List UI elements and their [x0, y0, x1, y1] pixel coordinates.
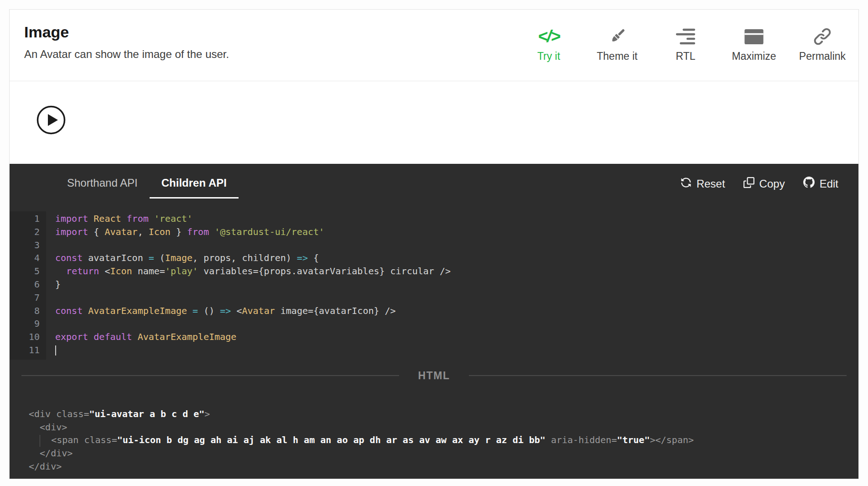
edit-button[interactable]: Edit: [803, 177, 838, 191]
line-number: 8: [10, 304, 46, 318]
code-icon: </>: [538, 24, 560, 49]
code-line: 7: [10, 291, 858, 304]
line-number: 6: [10, 278, 46, 291]
maximize-button[interactable]: Maximize: [730, 24, 778, 63]
toolbar: </> Try it Theme it: [525, 24, 847, 63]
line-number: 5: [10, 265, 46, 278]
code-line: 5 return <Icon name='play' variables={pr…: [10, 265, 858, 278]
rtl-align-icon: [676, 24, 695, 49]
window-icon: [744, 24, 764, 49]
reset-label: Reset: [696, 178, 725, 190]
copy-label: Copy: [759, 178, 785, 190]
header: Image An Avatar can show the image of th…: [10, 10, 858, 81]
paintbrush-icon: [607, 24, 628, 49]
theme-it-button[interactable]: Theme it: [593, 24, 641, 63]
code-line: 11: [10, 344, 858, 357]
page-subtitle: An Avatar can show the image of the user…: [24, 48, 229, 61]
github-icon: [803, 177, 815, 191]
component-doc-page: Image An Avatar can show the image of th…: [9, 9, 859, 479]
copy-button[interactable]: Copy: [743, 177, 785, 191]
link-icon: [813, 24, 832, 49]
code-line: 1import React from 'react': [10, 212, 858, 225]
editor-toolbar: Shorthand API Children API Reset Copy: [10, 164, 858, 211]
code-line: 10export default AvatarExampleImage: [10, 330, 858, 344]
rtl-label: RTL: [676, 50, 695, 63]
avatar-play-button[interactable]: [36, 105, 66, 135]
html-output-line: <div>: [29, 421, 858, 434]
theme-it-label: Theme it: [597, 50, 637, 63]
html-divider-label: HTML: [399, 370, 469, 382]
code-line: 4const avatarIcon = (Image, props, child…: [10, 251, 858, 265]
html-output-line: </div>: [29, 447, 858, 460]
permalink-button[interactable]: Permalink: [798, 24, 847, 63]
html-output-line: <span class="ui-icon b dg ag ah ai aj ak…: [29, 434, 858, 447]
editor-actions: Reset Copy Edit: [681, 177, 838, 191]
tab-shorthand-api[interactable]: Shorthand API: [55, 164, 150, 199]
code-line: 6}: [10, 278, 858, 291]
line-number: 11: [10, 344, 46, 357]
line-number: 2: [10, 225, 46, 239]
line-number: 7: [10, 291, 46, 304]
html-output-line: </div>: [29, 460, 858, 473]
refresh-icon: [681, 177, 691, 191]
page-title: Image: [24, 23, 69, 41]
copy-icon: [743, 177, 754, 191]
html-divider: HTML: [21, 370, 847, 382]
component-preview: [10, 81, 858, 164]
line-number: 3: [10, 239, 46, 252]
tab-children-api[interactable]: Children API: [150, 164, 239, 199]
permalink-label: Permalink: [799, 50, 846, 63]
edit-label: Edit: [820, 178, 838, 190]
line-number: 1: [10, 212, 46, 225]
rtl-button[interactable]: RTL: [661, 24, 710, 63]
line-number: 4: [10, 251, 46, 265]
maximize-label: Maximize: [732, 50, 776, 63]
text-cursor: [55, 345, 56, 355]
code-editor-panel: Shorthand API Children API Reset Copy: [10, 164, 858, 479]
html-output: <div class="ui-avatar a b c d e"> <div> …: [10, 382, 858, 479]
source-code[interactable]: 1import React from 'react'2import { Avat…: [10, 211, 858, 360]
api-tabs: Shorthand API Children API: [55, 164, 239, 199]
html-output-line: <div class="ui-avatar a b c d e">: [29, 408, 858, 421]
code-line: 3: [10, 239, 858, 252]
code-line: 8const AvatarExampleImage = () => <Avata…: [10, 304, 858, 318]
try-it-label: Try it: [537, 50, 560, 63]
reset-button[interactable]: Reset: [681, 177, 725, 191]
try-it-button[interactable]: </> Try it: [525, 24, 573, 63]
code-line: 9: [10, 317, 858, 330]
line-number: 10: [10, 330, 46, 344]
line-number: 9: [10, 317, 46, 330]
code-line: 2import { Avatar, Icon } from '@stardust…: [10, 225, 858, 239]
